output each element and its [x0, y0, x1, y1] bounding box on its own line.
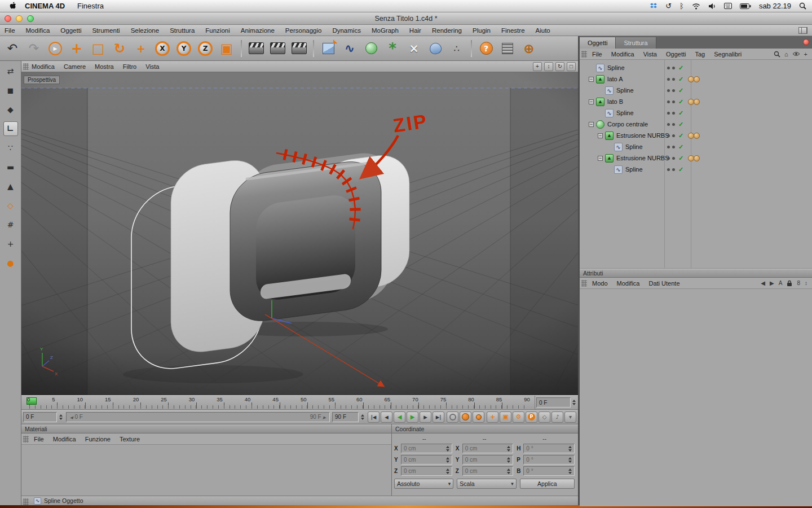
object-axis-mode-tool[interactable]: + — [3, 236, 19, 252]
frame-number-stepper[interactable] — [58, 414, 64, 420]
editor-visibility-dot[interactable] — [667, 157, 670, 160]
enable-check-icon[interactable] — [678, 98, 683, 106]
objects-menu-item[interactable]: Oggetti — [666, 51, 686, 58]
materials-menu-item[interactable]: Texture — [120, 436, 140, 443]
editor-visibility-dot[interactable] — [667, 89, 670, 92]
objects-menu-item[interactable]: File — [592, 51, 602, 58]
add-spline-object-button[interactable]: ∿ — [339, 38, 360, 59]
render-visibility-dot[interactable] — [672, 168, 675, 171]
object-name[interactable]: Spline — [616, 87, 634, 94]
editor-visibility-dot[interactable] — [667, 134, 670, 137]
editor-visibility-dot[interactable] — [667, 112, 670, 115]
end-frame-value[interactable]: 90 F — [332, 412, 359, 422]
polygons-mode-tool[interactable]: ▲ — [3, 178, 19, 194]
expand-toggle-icon[interactable] — [589, 77, 594, 82]
object-tree-row[interactable]: Spline — [580, 107, 812, 119]
lock-y-axis-button[interactable]: Y — [174, 38, 194, 59]
editor-visibility-dot[interactable] — [667, 123, 670, 126]
goto-end-button[interactable]: ▶| — [433, 411, 444, 423]
app-menu-item[interactable]: Rendering — [432, 27, 462, 34]
object-tree-row[interactable]: Estrusione NURBS — [580, 130, 812, 141]
add-floor-object-button[interactable] — [425, 38, 445, 59]
position-input[interactable]: 0 cm — [401, 455, 452, 465]
volume-icon[interactable] — [708, 3, 716, 10]
window-titlebar[interactable]: Senza Titolo 1.c4d * — [0, 12, 812, 25]
points-mode-tool[interactable]: ∵ — [3, 140, 19, 156]
size-input[interactable]: 0 cm — [462, 444, 514, 453]
object-name[interactable]: Estrusione NURBS — [616, 155, 669, 161]
render-visibility-dot[interactable] — [672, 89, 675, 92]
texture-axis-mode-tool[interactable]: ◆ — [3, 102, 19, 117]
render-visibility-dot[interactable] — [672, 146, 675, 148]
app-menu-item[interactable]: Selezione — [131, 27, 160, 34]
render-visibility-dot[interactable] — [672, 78, 675, 81]
edges-mode-tool[interactable]: ▬ — [3, 159, 19, 175]
link-icon[interactable]: 8 — [797, 280, 800, 286]
tab-oggetti[interactable]: Oggetti — [580, 37, 616, 49]
render-view-button[interactable] — [246, 38, 266, 59]
editor-visibility-dot[interactable] — [667, 78, 670, 81]
minimize-timeline-button[interactable]: ▾ — [564, 411, 576, 423]
keyboard-viewer-icon[interactable] — [724, 3, 732, 9]
sound-toggle-button[interactable]: ♪ — [551, 411, 563, 423]
add-array-object-button[interactable]: * — [382, 38, 403, 59]
app-menu-item[interactable]: Funzioni — [205, 27, 230, 34]
lock-x-axis-button[interactable]: X — [152, 38, 173, 59]
texture-ball-tool[interactable]: ● — [3, 255, 19, 271]
scale-tool[interactable]: □ — [88, 38, 108, 59]
app-menu-item[interactable]: Strumenti — [92, 27, 120, 34]
rotate-view-icon[interactable]: ↻ — [555, 62, 564, 71]
app-menu-item[interactable]: MoGraph — [372, 27, 399, 34]
key-position-button[interactable]: + — [487, 411, 498, 423]
expand-toggle-icon[interactable] — [589, 99, 594, 104]
object-tree-row[interactable]: Corpo centrale — [580, 119, 812, 130]
objects-menu-item[interactable]: Tag — [695, 51, 705, 58]
menubar-clock[interactable]: sab 22.19 — [759, 2, 791, 10]
enable-check-icon[interactable] — [678, 76, 683, 83]
rotation-input[interactable]: 0 ° — [523, 455, 575, 465]
goto-start-button[interactable]: |◀ — [368, 411, 379, 423]
enable-check-icon[interactable] — [678, 110, 683, 117]
frame-stepper[interactable] — [571, 400, 577, 405]
autokey-toggle-button[interactable] — [473, 411, 484, 423]
scroll-icon[interactable]: ↕ — [805, 280, 807, 286]
rotate-tool[interactable]: ↻ — [109, 38, 130, 59]
size-input[interactable]: 0 cm — [462, 455, 514, 465]
expand-toggle-icon[interactable] — [598, 133, 603, 138]
make-editable-tool[interactable]: ⇄ — [3, 63, 19, 79]
enable-check-icon[interactable] — [678, 132, 683, 139]
enable-check-icon[interactable] — [678, 121, 683, 128]
panel-drag-handle-icon[interactable] — [23, 498, 29, 505]
phong-tag-icon[interactable] — [688, 99, 699, 104]
panel-drag-handle-icon[interactable] — [581, 51, 587, 58]
position-input[interactable]: 0 cm — [401, 444, 452, 453]
object-name[interactable]: Spline — [616, 110, 634, 116]
phong-tag-icon[interactable] — [688, 76, 699, 82]
play-backward-button[interactable]: ◀ — [394, 411, 405, 423]
enable-check-icon[interactable] — [678, 64, 683, 72]
lock-z-axis-button[interactable]: Z — [195, 38, 215, 59]
object-tree-row[interactable]: Spline — [580, 62, 812, 73]
apply-button[interactable]: Applica — [520, 479, 575, 489]
autokey-ring-button[interactable] — [447, 411, 458, 423]
panel-drag-handle-icon[interactable] — [23, 63, 29, 70]
viewport-menu-item[interactable]: Vista — [145, 63, 159, 70]
expand-toggle-icon[interactable] — [598, 156, 603, 161]
key-scale-button[interactable]: ▣ — [500, 411, 511, 423]
object-name[interactable]: lato A — [607, 76, 623, 82]
objects-menu-item[interactable]: Vista — [643, 51, 657, 58]
app-menu-item[interactable]: Oggetti — [60, 27, 81, 34]
home-icon[interactable]: ⌂ — [784, 51, 788, 58]
search-icon[interactable] — [774, 51, 780, 58]
render-visibility-dot[interactable] — [672, 157, 675, 160]
panel-drag-handle-icon[interactable] — [23, 436, 29, 443]
render-visibility-dot[interactable] — [672, 123, 675, 126]
layout-switch-icon[interactable] — [798, 27, 807, 34]
undo-button[interactable]: ↶ — [2, 38, 23, 59]
size-input[interactable]: 0 cm — [462, 466, 514, 476]
frame-number-value[interactable]: 0 F — [23, 412, 57, 422]
frame-number-field[interactable]: 0 F — [23, 412, 64, 422]
power-slider[interactable]: 0 F 90 F — [66, 412, 330, 422]
help-button[interactable]: ? — [476, 38, 496, 59]
attributes-body[interactable] — [580, 289, 812, 506]
